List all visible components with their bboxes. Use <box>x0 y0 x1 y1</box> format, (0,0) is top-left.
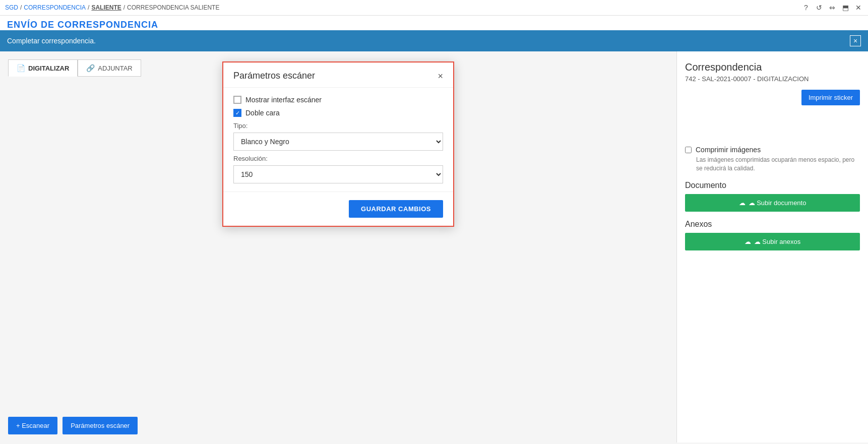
compress-label: Comprimir imágenes <box>696 146 761 154</box>
left-content: 📄 DIGITALIZAR 🔗 ADJUNTAR + Escanear Pará… <box>0 51 676 442</box>
toolbar-icons: ? ↺ ⇔ ⬒ ✕ <box>801 3 863 12</box>
help-icon[interactable]: ? <box>801 3 811 12</box>
double-sided-label: Doble cara <box>245 109 280 117</box>
show-interface-row: Mostrar interfaz escáner <box>233 96 443 104</box>
close-icon[interactable]: ✕ <box>854 3 863 12</box>
info-banner: Completar correspondencia. × <box>0 30 868 51</box>
upload-annexes-button[interactable]: ☁ ☁ Subir anexos <box>685 233 860 250</box>
page-title: ENVÍO DE CORRESPONDENCIA <box>7 20 861 30</box>
scanner-modal: Parámetros escáner × Mostrar interfaz es… <box>222 61 454 227</box>
tipo-label: Tipo: <box>233 122 443 130</box>
documento-section-title: Documento <box>685 181 860 190</box>
window-icon[interactable]: ⬒ <box>841 3 850 12</box>
scanner-modal-footer: GUARDAR CAMBIOS <box>223 192 453 226</box>
breadcrumb: SGD / CORRESPONDENCIA / SALIENTE / CORRE… <box>5 4 219 11</box>
upload-annexes-cloud-icon: ☁ <box>745 238 751 245</box>
scanner-modal-body: Mostrar interfaz escáner Doble cara Tipo… <box>223 88 453 192</box>
tipo-select[interactable]: Blanco y Negro Color Escala de grises <box>233 133 443 151</box>
banner-close-button[interactable]: × <box>850 35 861 46</box>
refresh-icon[interactable]: ↺ <box>815 3 824 12</box>
compress-checkbox[interactable] <box>685 147 692 153</box>
print-sticker-button[interactable]: Imprimir sticker <box>801 90 860 105</box>
breadcrumb-saliente[interactable]: SALIENTE <box>91 4 121 11</box>
upload-cloud-icon: ☁ <box>739 199 746 207</box>
compress-row: Comprimir imágenes <box>685 146 860 154</box>
main-layout: 📄 DIGITALIZAR 🔗 ADJUNTAR + Escanear Pará… <box>0 51 868 442</box>
banner-text: Completar correspondencia. <box>7 37 96 45</box>
breadcrumb-current: CORRESPONDENCIA SALIENTE <box>127 4 219 11</box>
breadcrumb-sgd[interactable]: SGD <box>5 4 18 11</box>
scanner-modal-title: Parámetros escáner <box>233 71 315 81</box>
resolucion-label: Resolución: <box>233 155 443 162</box>
show-interface-checkbox[interactable] <box>233 96 241 104</box>
upload-document-label: ☁ Subir documento <box>749 199 807 207</box>
scanner-modal-header: Parámetros escáner × <box>223 62 453 88</box>
page-title-area: ENVÍO DE CORRESPONDENCIA <box>0 16 868 30</box>
compress-note: Las imágenes comprimidas ocuparán menos … <box>696 156 860 173</box>
modal-overlay: Parámetros escáner × Mostrar interfaz es… <box>0 51 676 442</box>
right-sidebar: Correspondencia 742 - SAL-2021-00007 - D… <box>676 51 868 442</box>
scanner-modal-close-button[interactable]: × <box>438 72 443 81</box>
upload-annexes-label: ☁ Subir anexos <box>754 238 801 245</box>
upload-document-button[interactable]: ☁ ☁ Subir documento <box>685 194 860 212</box>
breadcrumb-bar: SGD / CORRESPONDENCIA / SALIENTE / CORRE… <box>0 0 868 16</box>
correspondencia-title: Correspondencia <box>685 61 860 73</box>
breadcrumb-correspondencia[interactable]: CORRESPONDENCIA <box>24 4 86 11</box>
show-interface-label: Mostrar interfaz escáner <box>245 96 322 104</box>
resolucion-select[interactable]: 75 100 150 200 300 600 <box>233 165 443 183</box>
save-changes-button[interactable]: GUARDAR CAMBIOS <box>349 200 443 218</box>
anexos-section-title: Anexos <box>685 220 860 229</box>
double-sided-checkbox[interactable] <box>233 109 241 117</box>
double-sided-row: Doble cara <box>233 109 443 117</box>
compress-section: Comprimir imágenes Las imágenes comprimi… <box>685 146 860 173</box>
split-icon[interactable]: ⇔ <box>828 3 837 12</box>
doc-id: 742 - SAL-2021-00007 - DIGITALIZACION <box>685 75 860 83</box>
